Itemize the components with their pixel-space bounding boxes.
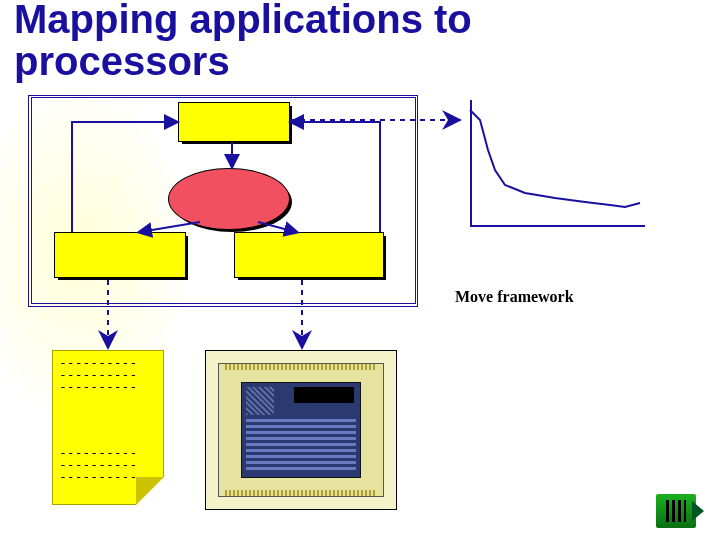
top-box — [178, 102, 290, 142]
chart-x-axis — [470, 225, 645, 227]
nav-bars-icon — [666, 500, 686, 522]
note-line: ---------- — [59, 355, 157, 367]
bottom-left-box — [54, 232, 186, 278]
note-line: ---------- — [59, 367, 157, 379]
chip-diagram — [205, 350, 397, 510]
chip-package — [218, 363, 384, 497]
note-line: ---------- — [59, 457, 157, 469]
center-ellipse — [168, 168, 290, 230]
note-line: ---------- — [59, 445, 157, 457]
bottom-right-box — [234, 232, 384, 278]
chart-y-axis — [470, 100, 472, 225]
die-datapath-rows — [246, 419, 356, 473]
output-note: ---------- ---------- ---------- -------… — [52, 350, 164, 505]
next-slide-button[interactable] — [652, 494, 700, 528]
note-line: ---------- — [59, 379, 157, 391]
title-line-1: Mapping applications to — [14, 0, 472, 41]
page-title: Mapping applications to processors — [14, 0, 472, 82]
chip-die — [241, 382, 361, 478]
note-fold-icon — [136, 477, 164, 505]
die-corner-block — [246, 387, 274, 415]
die-label-block — [294, 387, 354, 403]
arrow-right-icon — [692, 501, 704, 521]
title-line-2: processors — [14, 39, 230, 83]
chart-caption: Move framework — [455, 288, 574, 306]
